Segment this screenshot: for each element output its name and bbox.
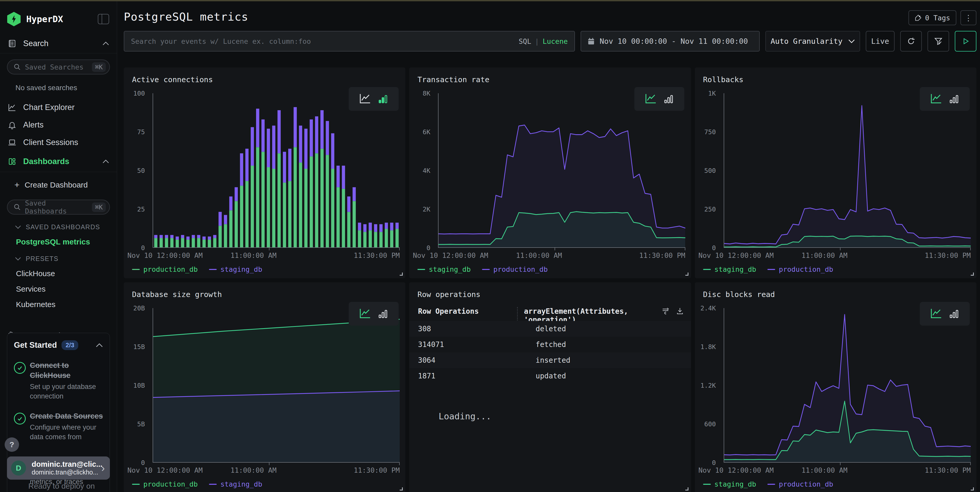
legend-item[interactable]: production_db [482,265,548,273]
plot-area [724,308,971,463]
saved-dashboards-section-header[interactable]: SAVED DASHBOARDS [0,214,117,231]
x-axis-labels: Nov 10 12:00:00 AM11:00:00 AM11:30:00 PM [124,466,400,476]
x-axis-tick-mark [399,247,400,250]
y-axis-tick: 0 [141,459,145,466]
presets-section-header[interactable]: PRESETS [0,246,117,262]
legend-label: production_db [493,265,548,273]
row-operation-cell: updated [536,372,566,380]
dashboard-grid-icon [8,157,16,166]
bar-view-toggle-icon[interactable] [949,94,959,104]
card-resize-handle[interactable] [971,273,974,276]
saved-dashboards-caps: SAVED DASHBOARDS [26,223,100,231]
legend-item[interactable]: production_db [132,480,198,488]
lucene-toggle[interactable]: Lucene [542,37,568,45]
row-count-cell: 308 [418,324,536,333]
chevron-up-icon[interactable] [96,343,103,348]
legend-item[interactable]: production_db [767,480,833,488]
search-section-header[interactable]: Search [0,34,117,53]
legend-item[interactable]: staging_db [209,265,262,273]
legend-label: production_db [143,480,198,488]
card-resize-handle[interactable] [400,273,403,276]
sidebar-item-chart-explorer[interactable]: Chart Explorer [0,99,117,116]
dashboard-menu-button[interactable]: ⋮ [961,10,977,25]
line-view-toggle-icon[interactable] [359,94,371,104]
expand-rows-icon[interactable] [662,307,670,315]
kebab-icon: ⋮ [964,13,972,22]
sidebar-item-alerts[interactable]: Alerts [0,116,117,134]
chart-type-toggle [349,302,399,326]
legend-item[interactable]: production_db [132,265,198,273]
sidebar-item-client-sessions[interactable]: Client Sessions [0,134,117,151]
saved-dashboards-input[interactable]: Saved Dashboards ⌘K [7,200,110,214]
sidebar-preset-services[interactable]: Services [0,278,117,293]
legend-label: production_db [779,265,833,273]
presets-caps: PRESETS [26,255,59,262]
live-button[interactable]: Live [866,31,894,51]
card-resize-handle[interactable] [400,487,403,490]
user-account-chip[interactable]: D dominic.tran@clic... dominic.tran@clic… [7,457,110,480]
sidebar: HyperDX Search Saved Searches ⌘K No save… [0,0,117,492]
bar-view-toggle-icon[interactable] [378,94,388,104]
table-row[interactable]: 1871updated [409,368,691,384]
y-axis-tick: 2K [423,206,430,213]
x-axis-tick: Nov 10 12:00:00 AM [127,251,203,259]
y-axis-labels: 2.4K1.8K1.2K6000 [695,308,720,463]
y-axis-tick: 25 [137,206,145,213]
table-row[interactable]: 314071fetched [409,337,691,352]
get-started-step-connect[interactable]: Connect to ClickHouse Set up your databa… [14,360,103,401]
table-rows: 308deleted314071fetched3064inserted1871u… [409,321,691,384]
filter-button[interactable] [928,31,949,51]
create-dashboard-button[interactable]: + Create Dashboard [0,172,117,191]
chart-type-toggle [349,87,399,111]
sidebar-collapse-icon[interactable] [98,14,109,24]
get-started-step-sources[interactable]: Create Data Sources Configure where your… [14,411,103,441]
legend-dash [767,269,775,270]
y-axis-tick: 1.8K [700,343,716,351]
download-icon[interactable] [676,307,684,315]
legend-item[interactable]: staging_db [703,265,756,273]
granularity-select[interactable]: Auto Granularity [765,31,860,51]
saved-searches-input[interactable]: Saved Searches ⌘K [7,59,110,74]
y-axis-tick: 1.2K [700,382,716,389]
chart-title: Active connections [132,75,213,84]
run-query-button[interactable] [955,31,977,51]
event-search-input[interactable]: Search your events w/ Lucene ex. column:… [124,31,575,51]
bar-view-toggle-icon[interactable] [378,308,388,319]
line-view-toggle-icon[interactable] [930,94,942,104]
y-axis-tick: 250 [705,206,716,213]
legend-item[interactable]: staging_db [209,480,262,488]
journal-icon [8,39,16,48]
card-resize-handle[interactable] [685,487,689,490]
table-row[interactable]: 3064inserted [409,352,691,368]
y-axis-tick: 10B [133,382,145,389]
refresh-button[interactable] [900,31,922,51]
search-icon [14,63,21,70]
sidebar-preset-kubernetes[interactable]: Kubernetes [0,293,117,309]
legend-item[interactable]: production_db [767,265,833,273]
sidebar-preset-clickhouse[interactable]: ClickHouse [0,262,117,278]
table-row[interactable]: 308deleted [409,321,691,337]
help-button[interactable]: ? [5,438,19,452]
legend-label: staging_db [220,265,262,273]
card-resize-handle[interactable] [685,273,689,276]
legend-item[interactable]: staging_db [417,265,471,273]
legend-item[interactable]: staging_db [703,480,756,488]
date-range-picker[interactable]: Nov 10 00:00:00 - Nov 11 00:00:00 [581,31,760,51]
legend-dash [209,269,217,270]
line-view-toggle-icon[interactable] [645,94,657,104]
sidebar-dashboard-postgresql-metrics[interactable]: PostgreSQL metrics [0,231,117,246]
sidebar-item-label: Dashboards [23,157,102,166]
bar-view-toggle-icon[interactable] [949,308,959,319]
step-description: Set up your database connection [30,382,103,401]
sql-toggle[interactable]: SQL [519,37,531,45]
tags-button[interactable]: 0 Tags [908,10,956,25]
line-view-toggle-icon[interactable] [930,308,942,319]
kbd-shortcut: ⌘K [92,203,106,212]
y-axis-tick: 100 [133,89,145,97]
sidebar-item-dashboards[interactable]: Dashboards [0,151,117,172]
x-axis-tick-mark [970,462,971,465]
card-resize-handle[interactable] [971,487,974,490]
tags-label: 0 Tags [925,14,950,22]
bar-view-toggle-icon[interactable] [663,94,674,104]
line-view-toggle-icon[interactable] [359,308,371,319]
